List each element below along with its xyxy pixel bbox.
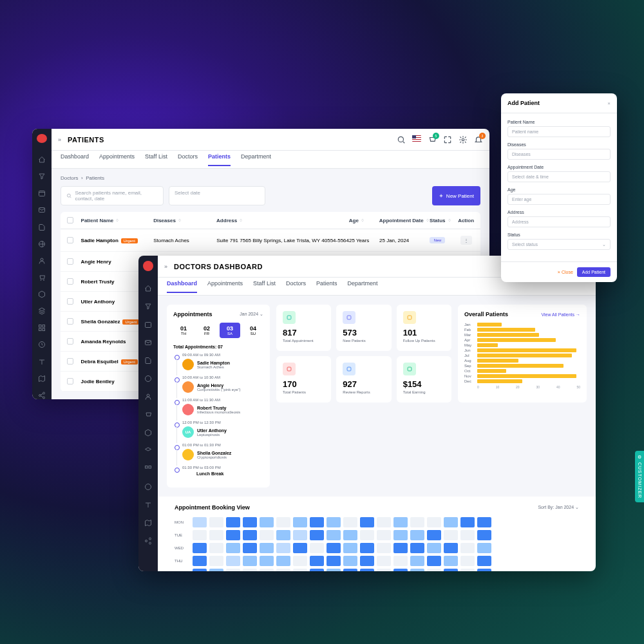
heatmap-cell[interactable]: [243, 556, 257, 566]
row-checkbox[interactable]: [67, 318, 73, 325]
row-checkbox[interactable]: [67, 237, 73, 243]
heatmap-cell[interactable]: [310, 530, 324, 540]
close-icon[interactable]: ×: [607, 100, 611, 106]
age-input[interactable]: Enter age: [507, 194, 611, 205]
heatmap-cell[interactable]: [460, 569, 475, 571]
month-selector[interactable]: Jan 2024 ⌄: [240, 312, 263, 317]
customizer-tab[interactable]: ⚙ CUSTOMIZER: [635, 451, 644, 502]
heatmap-cell[interactable]: [377, 569, 391, 571]
heatmap-cell[interactable]: [444, 569, 458, 571]
timeline-item[interactable]: 11:00 AM to 11:30 AMRobert TrustyInfecti…: [173, 398, 263, 415]
sort-selector[interactable]: Sort By: Jan 2024 ⌄: [538, 505, 579, 510]
user-icon[interactable]: [37, 257, 46, 265]
heatmap-cell[interactable]: [427, 569, 441, 571]
heatmap-cell[interactable]: [209, 517, 223, 527]
heatmap-cell[interactable]: [209, 556, 223, 566]
filter-icon[interactable]: [144, 302, 153, 311]
heatmap-cell[interactable]: [293, 517, 307, 527]
heatmap-cell[interactable]: [477, 517, 491, 527]
heatmap-cell[interactable]: [226, 543, 240, 553]
globe-icon[interactable]: [37, 240, 46, 248]
heatmap-cell[interactable]: [260, 543, 274, 553]
heatmap-cell[interactable]: [310, 517, 324, 527]
row-checkbox[interactable]: [67, 358, 73, 365]
home-icon[interactable]: [37, 156, 46, 164]
heatmap-cell[interactable]: [193, 569, 207, 571]
tab-dashboard[interactable]: Dashboard: [167, 280, 197, 293]
date-cell[interactable]: 03SA: [220, 323, 240, 338]
heatmap-cell[interactable]: [276, 543, 290, 553]
heatmap-cell[interactable]: [477, 530, 491, 540]
heatmap-cell[interactable]: [410, 556, 424, 566]
grid-icon[interactable]: [144, 464, 153, 473]
timeline-item[interactable]: 01:00 PM to 01:30 PMSheila GonzalezCrypt…: [173, 443, 263, 460]
heatmap-cell[interactable]: [260, 556, 274, 566]
menu-toggle-icon[interactable]: »: [164, 263, 167, 270]
tab-department[interactable]: Department: [241, 153, 271, 166]
heatmap-cell[interactable]: [377, 530, 391, 540]
timeline-item[interactable]: 10:00 AM to 10:30 AMAngie HenryConjuncti…: [173, 375, 263, 393]
heatmap-cell[interactable]: [427, 530, 441, 540]
heatmap-cell[interactable]: [226, 556, 240, 566]
heatmap-cell[interactable]: [276, 530, 290, 540]
select-all-checkbox[interactable]: [67, 217, 73, 223]
heatmap-cell[interactable]: [393, 556, 408, 566]
heatmap-cell[interactable]: [360, 556, 374, 566]
file-icon[interactable]: [144, 356, 153, 365]
heatmap-cell[interactable]: [193, 517, 207, 527]
heatmap-cell[interactable]: [377, 543, 391, 553]
expand-icon[interactable]: [443, 135, 452, 144]
heatmap-cell[interactable]: [444, 530, 458, 540]
tab-dashboard[interactable]: Dashboard: [61, 153, 89, 166]
flag-icon[interactable]: [412, 135, 421, 144]
home-icon[interactable]: [144, 284, 153, 293]
heatmap-cell[interactable]: [427, 543, 441, 553]
layers-icon[interactable]: [144, 446, 153, 455]
filter-icon[interactable]: [37, 173, 46, 180]
globe-icon[interactable]: [144, 374, 153, 383]
heatmap-cell[interactable]: [243, 530, 257, 540]
timeline-item[interactable]: 09:00 AM to 09:30 AMSadie HamptonStomach…: [173, 353, 263, 370]
heatmap-cell[interactable]: [193, 556, 207, 566]
cart-icon[interactable]: [37, 274, 46, 281]
search-icon[interactable]: [397, 135, 406, 144]
tab-patients[interactable]: Patients: [208, 153, 231, 166]
mail-icon[interactable]: [144, 338, 153, 347]
heatmap-cell[interactable]: [343, 543, 357, 553]
type-icon[interactable]: [144, 500, 153, 509]
search-input[interactable]: Search patients name, email, contact, da…: [61, 186, 164, 205]
heatmap-cell[interactable]: [209, 543, 223, 553]
user-icon[interactable]: [144, 392, 153, 401]
heatmap-cell[interactable]: [293, 530, 307, 540]
heatmap-cell[interactable]: [193, 543, 207, 553]
heatmap-cell[interactable]: [276, 556, 290, 566]
calendar-icon[interactable]: [144, 320, 153, 329]
heatmap-cell[interactable]: [327, 517, 341, 527]
heatmap-cell[interactable]: [444, 517, 458, 527]
heatmap-cell[interactable]: [276, 569, 290, 571]
heatmap-cell[interactable]: [410, 517, 424, 527]
heatmap-cell[interactable]: [226, 517, 240, 527]
box-icon[interactable]: [144, 428, 153, 437]
heatmap-cell[interactable]: [343, 530, 357, 540]
calendar-icon[interactable]: [37, 189, 46, 197]
notification-icon[interactable]: 3: [474, 135, 483, 144]
row-checkbox[interactable]: [67, 278, 73, 285]
heatmap-cell[interactable]: [293, 543, 307, 553]
table-row[interactable]: Sadie HamptonUrgent Stomach Aches Suite …: [61, 229, 480, 252]
box-icon[interactable]: [37, 290, 46, 298]
address-input[interactable]: Address: [507, 216, 611, 227]
row-checkbox[interactable]: [67, 338, 73, 345]
heatmap-cell[interactable]: [343, 569, 357, 571]
share-icon[interactable]: [144, 536, 153, 545]
heatmap-cell[interactable]: [477, 556, 491, 566]
tab-appointments[interactable]: Appointments: [207, 280, 243, 293]
heatmap-cell[interactable]: [276, 517, 290, 527]
heatmap-cell[interactable]: [260, 569, 274, 571]
timeline-item[interactable]: 01:30 PM to 03:00 PMLunch Break: [173, 466, 263, 476]
row-checkbox[interactable]: [67, 298, 73, 305]
heatmap-cell[interactable]: [226, 530, 240, 540]
status-input[interactable]: Select status ⌄: [507, 239, 611, 250]
heatmap-cell[interactable]: [360, 543, 374, 553]
grid-icon[interactable]: [37, 324, 46, 332]
